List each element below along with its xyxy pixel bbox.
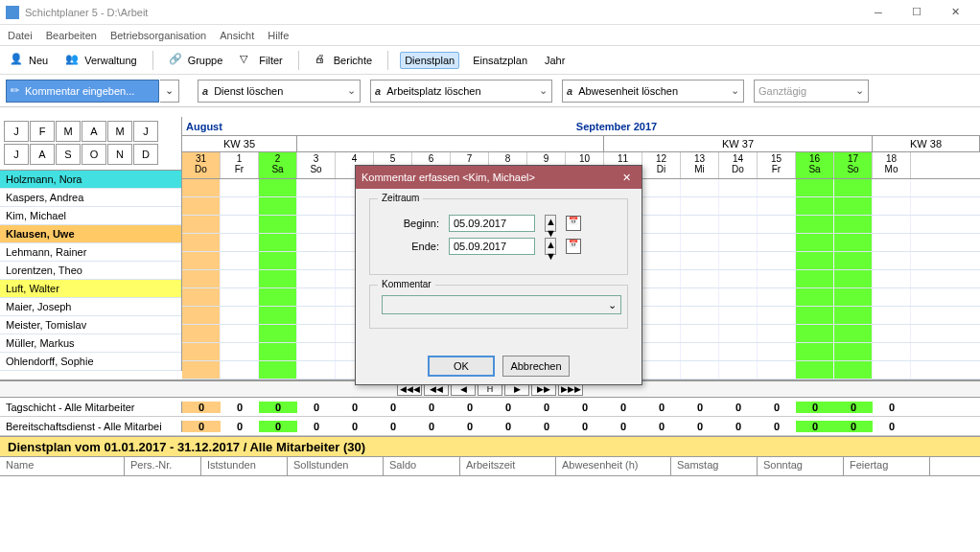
column-header[interactable]: Sollstunden [288, 457, 384, 475]
grid-cell[interactable] [834, 325, 873, 342]
grid-cell[interactable] [873, 288, 911, 306]
grid-cell[interactable] [758, 288, 796, 306]
tool-einsatzplan[interactable]: Einsatzplan [469, 53, 531, 68]
grid-cell[interactable] [642, 179, 681, 196]
grid-cell[interactable] [719, 270, 758, 288]
employee-row[interactable]: Kaspers, Andrea [0, 189, 181, 207]
grid-cell[interactable] [221, 179, 259, 196]
tool-dienstplan[interactable]: Dienstplan [400, 52, 459, 69]
tool-gruppe[interactable]: 🔗Gruppe [165, 51, 227, 70]
grid-cell[interactable] [873, 179, 911, 196]
grid-cell[interactable] [834, 252, 873, 269]
grid-cell[interactable] [221, 252, 259, 269]
month-cell[interactable]: A [30, 144, 55, 165]
grid-cell[interactable] [297, 307, 336, 324]
cancel-button[interactable]: Abbrechen [502, 356, 570, 377]
grid-cell[interactable] [796, 197, 834, 215]
grid-cell[interactable] [259, 252, 297, 269]
day-header[interactable]: 31Do [182, 152, 221, 178]
combo-dienst[interactable]: aDienst löschen⌄ [198, 80, 361, 103]
grid-cell[interactable] [221, 288, 259, 306]
day-header[interactable]: 18Mo [873, 152, 911, 178]
month-cell[interactable]: M [56, 121, 81, 142]
grid-cell[interactable] [796, 179, 834, 196]
grid-cell[interactable] [681, 325, 719, 342]
grid-cell[interactable] [221, 307, 259, 324]
employee-row[interactable]: Luft, Walter [0, 280, 181, 298]
grid-cell[interactable] [221, 234, 259, 251]
ok-button[interactable]: OK [428, 356, 495, 377]
menu-ansicht[interactable]: Ansicht [220, 30, 254, 41]
grid-cell[interactable] [873, 234, 911, 251]
input-beginn[interactable] [449, 215, 535, 232]
grid-cell[interactable] [182, 288, 221, 306]
month-cell[interactable]: S [56, 144, 81, 165]
grid-cell[interactable] [642, 343, 681, 360]
grid-cell[interactable] [719, 197, 758, 215]
minimize-button[interactable]: ─ [859, 0, 898, 25]
grid-cell[interactable] [297, 197, 336, 215]
day-header[interactable]: 15Fr [758, 152, 796, 178]
grid-cell[interactable] [834, 216, 873, 233]
grid-cell[interactable] [681, 270, 719, 288]
grid-cell[interactable] [834, 197, 873, 215]
grid-cell[interactable] [719, 307, 758, 324]
tool-neu[interactable]: 👤Neu [6, 51, 52, 70]
grid-cell[interactable] [758, 179, 796, 196]
employee-row[interactable]: Klausen, Uwe [0, 225, 181, 243]
grid-cell[interactable] [681, 179, 719, 196]
grid-cell[interactable] [182, 343, 221, 360]
grid-cell[interactable] [873, 343, 911, 360]
column-header[interactable]: Feiertag [844, 457, 930, 475]
grid-cell[interactable] [259, 216, 297, 233]
tool-jahr[interactable]: Jahr [541, 53, 569, 68]
maximize-button[interactable]: ☐ [898, 0, 936, 25]
day-header[interactable]: 13Mi [681, 152, 719, 178]
input-ende[interactable] [449, 238, 535, 255]
tool-filter[interactable]: ▽Filter [236, 51, 286, 70]
grid-cell[interactable] [642, 288, 681, 306]
day-header[interactable]: 3So [297, 152, 336, 178]
day-header[interactable]: 14Do [719, 152, 758, 178]
employee-row[interactable]: Holzmann, Nora [0, 171, 181, 189]
grid-cell[interactable] [221, 216, 259, 233]
grid-cell[interactable] [834, 343, 873, 360]
grid-cell[interactable] [259, 234, 297, 251]
grid-cell[interactable] [182, 270, 221, 288]
grid-cell[interactable] [297, 234, 336, 251]
column-header[interactable]: Name [0, 457, 125, 475]
column-header[interactable]: Sonntag [758, 457, 844, 475]
grid-cell[interactable] [642, 270, 681, 288]
grid-cell[interactable] [796, 288, 834, 306]
month-cell[interactable]: M [107, 121, 132, 142]
grid-cell[interactable] [758, 270, 796, 288]
column-header[interactable]: Iststunden [201, 457, 288, 475]
grid-cell[interactable] [758, 216, 796, 233]
month-cell[interactable]: J [4, 144, 29, 165]
grid-cell[interactable] [259, 307, 297, 324]
grid-cell[interactable] [758, 252, 796, 269]
combo-abwesenheit[interactable]: aAbwesenheit löschen⌄ [562, 80, 744, 103]
close-icon[interactable]: ✕ [617, 169, 636, 186]
grid-cell[interactable] [796, 361, 834, 379]
grid-cell[interactable] [182, 307, 221, 324]
grid-cell[interactable] [642, 197, 681, 215]
grid-cell[interactable] [834, 234, 873, 251]
tool-verwaltung[interactable]: 👥Verwaltung [61, 51, 140, 70]
grid-cell[interactable] [259, 361, 297, 379]
grid-cell[interactable] [758, 325, 796, 342]
grid-cell[interactable] [259, 197, 297, 215]
grid-cell[interactable] [758, 307, 796, 324]
grid-cell[interactable] [297, 325, 336, 342]
column-header[interactable]: Samstag [671, 457, 758, 475]
employee-row[interactable]: Müller, Markus [0, 334, 181, 353]
menu-datei[interactable]: Datei [8, 30, 33, 41]
grid-cell[interactable] [642, 216, 681, 233]
month-cell[interactable]: J [133, 121, 158, 142]
menu-betriebsorganisation[interactable]: Betriebsorganisation [110, 30, 206, 41]
grid-cell[interactable] [873, 270, 911, 288]
grid-cell[interactable] [221, 197, 259, 215]
grid-cell[interactable] [681, 234, 719, 251]
grid-cell[interactable] [719, 234, 758, 251]
calendar-icon[interactable]: 📅 [566, 216, 581, 231]
